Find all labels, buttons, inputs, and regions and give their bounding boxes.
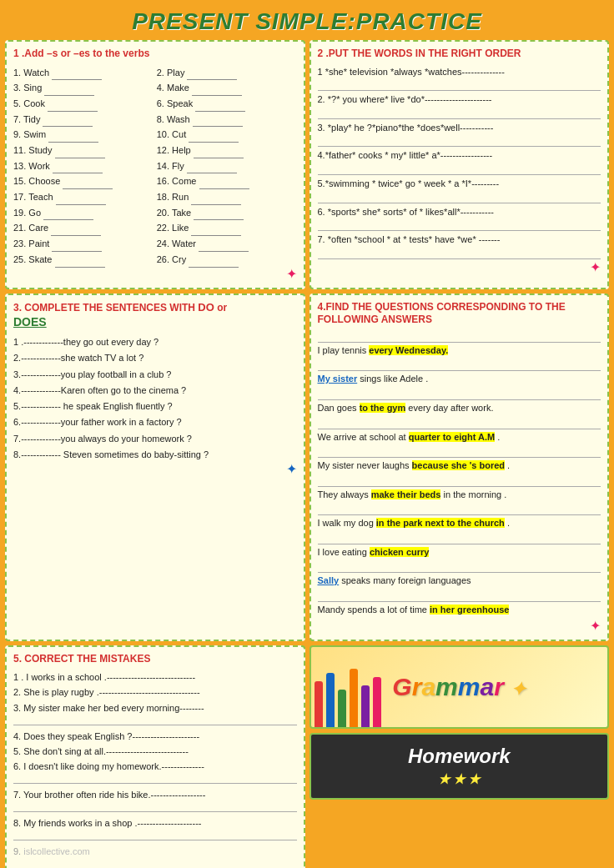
list-item: 7.-------------you always do your homewo… (13, 431, 297, 447)
m2-letter: m (458, 673, 481, 700)
section-3: 3. COMPLETE THE SENTENCES WITH DO or DOE… (5, 294, 305, 641)
a2-letter: a (480, 673, 494, 700)
answer-line (318, 81, 601, 91)
star-decoration-3: ✦ (286, 461, 297, 477)
list-item: 3. *play* he ?*piano*the *does*well-----… (318, 121, 601, 136)
homework-label: Homework (408, 745, 511, 768)
list-item: 2. She is play rugby .------------------… (13, 685, 297, 700)
section-2-list: 1 *she* television *always *watches-----… (318, 65, 601, 259)
answer-line (318, 389, 601, 400)
list-item: 21. Care (13, 220, 154, 236)
homework-stars: ★ ★ ★ (438, 771, 480, 787)
list-item: 11. Study (13, 143, 154, 158)
list-item: 20. Take (157, 205, 297, 221)
a-letter: a (421, 673, 435, 700)
list-item: I play tennis every Wednesday. (318, 344, 601, 359)
list-item: 8. My friends works in a shop .---------… (13, 815, 297, 830)
list-item: 6. *sports* she* sorts* of * likes*all*-… (318, 205, 601, 220)
answer-line (318, 590, 601, 602)
highlight: to the gym (360, 403, 406, 413)
list-item: My sister never laughs because she 's bo… (318, 459, 601, 474)
answer-line (318, 475, 601, 487)
list-item: 9. Swim (13, 127, 154, 143)
answer-line (318, 533, 601, 544)
answer-line (13, 830, 297, 840)
section-1-list: 1. Watch 3. Sing 5. Cook 7. Tidy 9. Swim… (13, 65, 297, 268)
answer-line (318, 561, 601, 573)
section-3-list: 1 .-------------they go out every day ? … (13, 334, 297, 463)
answer-line (318, 359, 601, 371)
list-item: 22. Like (157, 220, 297, 236)
list-item: 7. Tidy (13, 112, 154, 128)
list-item: 12. Help (157, 143, 297, 158)
star2: ★ (453, 771, 465, 787)
answer-line (318, 193, 601, 203)
section-4: 4.FIND THE QUESTIONS CORRESPONDING TO TH… (310, 294, 610, 641)
answer-line (13, 715, 297, 725)
answer-line (13, 774, 297, 784)
section-1: 1 .Add –s or –es to the verbs 1. Watch 3… (5, 40, 305, 289)
list-item: 1 . I works in a school .---------------… (13, 670, 297, 685)
list-item: 17. Teach (13, 189, 154, 205)
list-item: 10. Cut (157, 127, 297, 143)
list-item: 2. Play (157, 65, 297, 81)
list-item: 1 *she* television *always *watches-----… (318, 65, 601, 80)
highlight: Sally (318, 575, 340, 585)
star-decoration-2: ✦ (590, 259, 601, 275)
list-item: 13. Work (13, 158, 154, 174)
list-item: I love eating chicken curry (318, 545, 601, 560)
main-grid: 1 .Add –s or –es to the verbs 1. Watch 3… (5, 40, 609, 868)
pencil-blue (326, 673, 335, 727)
m-letter: m (435, 673, 458, 700)
answer-line (13, 802, 297, 812)
highlight: because she 's bored (412, 460, 505, 470)
list-item: 19. Go (13, 205, 154, 221)
answer-line (13, 860, 297, 868)
list-item: We arrive at school at quarter to eight … (318, 430, 601, 445)
answer-line (318, 249, 601, 259)
r-letter: r (412, 673, 422, 700)
does-label: DOES (13, 315, 47, 329)
star-decoration: ✦ (286, 266, 297, 282)
list-item: 14. Fly (157, 158, 297, 174)
answer-line (318, 109, 601, 119)
list-item: My sister sings like Adele . (318, 372, 601, 387)
star-decoration-4: ✦ (590, 618, 601, 634)
list-item: 25. Skate (13, 252, 154, 268)
highlight: in her greenhouse (430, 605, 509, 615)
list-item: 15. Choose (13, 173, 154, 189)
list-item: 16. Come (157, 173, 297, 189)
or-label: or (217, 302, 227, 314)
list-item: 1. Watch (13, 65, 154, 81)
list-item: They always make their beds in the morni… (318, 488, 601, 503)
g-letter: G (392, 673, 411, 700)
list-item: 24. Water (157, 236, 297, 252)
list-item: 4.*father* cooks * my* little* a*-------… (318, 148, 601, 163)
list-item: 3. My sister make her bed every morning-… (13, 700, 297, 715)
list-item: 5. She don't sing at all.---------------… (13, 744, 297, 759)
section-5: 5. CORRECT THE MISTAKES 1 . I works in a… (5, 645, 305, 868)
list-item: 6.-------------your father work in a fac… (13, 414, 297, 430)
section-3-title-text: 3. COMPLETE THE SENTENCES WITH (13, 302, 198, 314)
list-item: 1 .-------------they go out every day ? (13, 334, 297, 350)
section-2-title: 2 .PUT THE WORDS IN THE RIGHT ORDER (318, 48, 601, 61)
col-right: 2. Play 4. Make 6. Speak 8. Wash 10. Cut… (157, 65, 297, 268)
col-left: 1. Watch 3. Sing 5. Cook 7. Tidy 9. Swim… (13, 65, 154, 268)
pencil-purple (361, 685, 370, 727)
highlight: My sister (318, 374, 358, 384)
list-item: 18. Run (157, 189, 297, 205)
list-item: 4. Make (157, 80, 297, 96)
list-item: 4.-------------Karen often go to the cin… (13, 383, 297, 399)
homework-box: Homework ★ ★ ★ (310, 733, 610, 800)
answer-line (318, 221, 601, 231)
list-item: 9. islcollective.com (13, 844, 297, 859)
r-letter2: r (494, 673, 504, 700)
list-item: 8. Wash (157, 112, 297, 128)
section-2: 2 .PUT THE WORDS IN THE RIGHT ORDER 1 *s… (310, 40, 610, 289)
pencil-red (315, 681, 323, 727)
answer-line (318, 137, 601, 147)
answer-line (318, 504, 601, 515)
pencils-decoration (315, 669, 381, 727)
list-item: 3.-------------you play football in a cl… (13, 367, 297, 383)
list-item: 3. Sing (13, 80, 154, 96)
